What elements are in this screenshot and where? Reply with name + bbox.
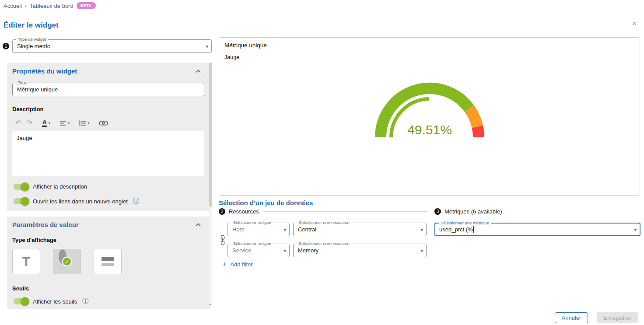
metric-select-value: used_prct (% [439, 226, 473, 233]
description-editor[interactable]: Jauge [12, 131, 204, 176]
plus-icon: + [222, 261, 226, 268]
align-button[interactable]: ▾ [58, 119, 72, 127]
select-value: Host [232, 226, 244, 233]
step-1-badge: 1 [3, 43, 9, 49]
text-color-button[interactable]: A ▾ [40, 118, 52, 128]
chevron-down-icon: ▾ [634, 227, 637, 232]
metric-select[interactable]: Sélectionner une métrique used_prct (% ▾ [434, 223, 640, 236]
link-icon [99, 121, 108, 126]
resource-row: Sélectionner un type Service ▾ Sélection… [228, 244, 427, 257]
show-description-toggle[interactable] [14, 184, 28, 190]
redo-icon: ↷ [26, 119, 32, 126]
select-value: Central [298, 226, 316, 233]
svg-text:49.51%: 49.51% [407, 122, 452, 137]
info-icon[interactable]: ⓘ [82, 297, 88, 305]
scrollbar-thumb[interactable] [209, 63, 212, 207]
footer-actions: Annuler Enregistrer [555, 312, 638, 323]
widget-settings-panel: 1 Type de widget Single metric ▾ Proprié… [0, 37, 213, 308]
cancel-button[interactable]: Annuler [555, 312, 588, 323]
bar-display-icon [102, 257, 114, 266]
resources-label: Ressources [229, 208, 259, 215]
list-button[interactable]: ▾ [77, 119, 91, 127]
resource-row: Sélectionner un type Host ▾ Sélectionner… [228, 223, 427, 236]
value-settings-section: Paramètres de valeur Type d'affichage T … [7, 217, 210, 309]
open-links-toggle[interactable] [14, 198, 28, 204]
select-value: Service [232, 247, 251, 254]
preview-title: Métrique unique [224, 42, 634, 49]
resource-rows: Sélectionner un type Host ▾ Sélectionner… [228, 223, 427, 265]
breadcrumb-separator-icon: › [25, 3, 27, 9]
preview-description: Jauge [224, 54, 634, 60]
dataset-section-title: Sélection d'un jeu de données [219, 199, 313, 206]
redo-button[interactable]: ↷ [24, 118, 34, 128]
close-icon[interactable]: ✕ [630, 19, 639, 28]
display-option-gauge[interactable]: ✓ [53, 249, 81, 274]
add-filter-button[interactable]: + Add filter [222, 261, 253, 268]
collapse-chevron-icon[interactable] [196, 70, 201, 73]
text-cursor [473, 226, 474, 233]
chevron-down-icon: ▾ [49, 121, 50, 125]
description-label: Description [12, 106, 204, 112]
collapse-chevron-icon[interactable] [196, 223, 201, 227]
add-filter-label: Add filter [230, 261, 252, 268]
widget-preview: Métrique unique Jauge 49.51% [219, 37, 640, 196]
chevron-down-icon: ▾ [88, 121, 89, 125]
show-description-row: Afficher la description [12, 183, 204, 190]
page-title: Éditer le widget [4, 21, 59, 30]
title-input[interactable]: Titre Métrique unique [12, 83, 204, 96]
step-3-badge: 3 [434, 208, 441, 215]
gauge-display-icon: ✓ [59, 253, 75, 270]
show-description-label: Afficher la description [33, 183, 87, 190]
display-type-label: Type d'affichage [12, 237, 204, 243]
select-label: Sélectionner une ressource [297, 220, 351, 225]
widget-type-row: 1 Type de widget Single metric ▾ [3, 39, 212, 53]
text-color-icon: A [42, 119, 47, 127]
left-panel-scrollbar[interactable] [209, 63, 212, 305]
select-value: Memory [298, 247, 318, 254]
open-links-row: Ouvrir les liens dans un nouvel onglet ⓘ [12, 197, 204, 205]
thresholds-label: Seuils [12, 285, 204, 292]
metrics-header: 3 Métriques (6 available) [434, 208, 502, 215]
insert-link-button[interactable] [97, 119, 110, 127]
richtext-toolbar: ↶ ↷ A ▾ ▾ ▾ [13, 118, 204, 128]
select-label: Sélectionner une ressource [297, 241, 351, 246]
value-settings-title: Paramètres de valeur [12, 221, 79, 228]
widget-type-select[interactable]: Type de widget Single metric ▾ [12, 39, 212, 53]
chevron-down-icon: ▾ [284, 248, 286, 253]
title-input-value: Métrique unique [17, 86, 58, 93]
widget-properties-section: Propriétés du widget Titre Métrique uniq… [7, 63, 210, 211]
scroll-down-icon[interactable]: ⌄ [208, 301, 212, 307]
chevron-down-icon: ▾ [420, 227, 423, 232]
chevron-down-icon: ▾ [68, 121, 70, 125]
resource-select-1[interactable]: Sélectionner une ressource Central ▾ [293, 223, 427, 236]
display-option-bar[interactable] [94, 249, 122, 274]
resource-select-2[interactable]: Sélectionner une ressource Memory ▾ [293, 244, 427, 257]
breadcrumb-link-dashboards[interactable]: Tableaux de bord [30, 3, 74, 9]
title-input-label: Titre [16, 80, 28, 85]
display-option-text[interactable]: T [12, 249, 40, 274]
save-button[interactable]: Enregistrer [597, 312, 638, 323]
undo-button[interactable]: ↶ [13, 118, 23, 128]
bulleted-list-icon [79, 120, 86, 126]
resource-type-select-1[interactable]: Sélectionner un type Host ▾ [228, 223, 290, 236]
resource-type-select-2[interactable]: Sélectionner un type Service ▾ [228, 244, 290, 257]
undo-icon: ↶ [15, 119, 21, 126]
widget-type-select-value: Single metric [17, 43, 50, 49]
align-left-icon [60, 120, 66, 126]
gauge-chart: 49.51% [346, 76, 513, 146]
breadcrumb-link-home[interactable]: Accueil [4, 3, 22, 9]
resources-header: 2 Ressources [219, 208, 427, 215]
preview-and-dataset-panel: Métrique unique Jauge 49.51% Sélection d… [219, 37, 640, 196]
display-type-options: T ✓ [12, 249, 204, 274]
breadcrumb: Accueil › Tableaux de bord BETA [4, 2, 96, 9]
show-thresholds-toggle[interactable] [14, 298, 28, 304]
select-label: Sélectionner un type [231, 220, 273, 225]
metric-select-label: Sélectionner une métrique [439, 221, 491, 225]
chevron-down-icon: ▾ [420, 248, 423, 253]
show-thresholds-row: Afficher les seuils ⓘ [12, 297, 204, 305]
show-thresholds-label: Afficher les seuils [33, 298, 77, 305]
info-icon[interactable]: ⓘ [133, 197, 139, 205]
step-2-badge: 2 [219, 208, 225, 215]
select-label: Sélectionner un type [231, 241, 273, 246]
metrics-label: Métriques (6 available) [444, 208, 502, 215]
